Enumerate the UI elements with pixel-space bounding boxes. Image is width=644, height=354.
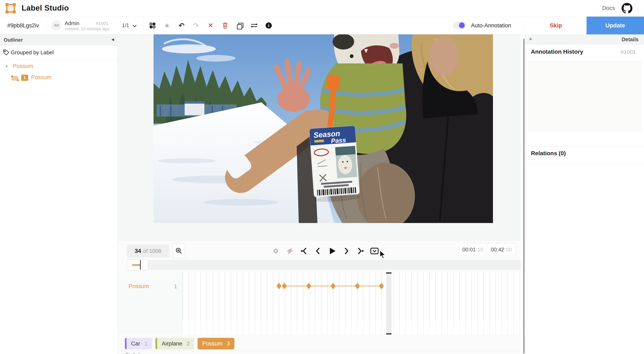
divider [525,146,644,147]
annotation-toolbar: #9pb8Lgs2iv AD Admin #1001 created, 23 m… [0,16,644,34]
outliner-title: Outliner [4,37,23,43]
collapse-panel-icon[interactable]: ◀ [112,37,114,42]
keyframes-layer [182,272,521,301]
trash-icon[interactable] [221,21,229,30]
reject-icon[interactable]: ✕ [207,21,214,30]
undo-icon[interactable]: ↶ [178,21,186,30]
info-icon[interactable]: i [265,21,272,30]
docs-link[interactable]: Docs [602,5,615,11]
next-keyframe-icon[interactable] [356,246,365,256]
auto-annotation-label: Auto-Annotation [471,22,511,29]
tree-group-possum[interactable]: Possum [13,63,33,69]
github-icon[interactable] [622,3,632,14]
label-chip-hotkey: 1 [145,341,148,347]
redo-icon[interactable]: ↷ [192,21,200,30]
keyframe-diamond[interactable] [330,283,336,289]
top-bar: Label Studio Docs [0,0,644,16]
history-empty-area [528,61,641,132]
season-pass-badge: Season Pass [309,126,360,203]
label-studio-app: Label Studio Docs #9pb8Lgs2iv AD Admin #… [0,0,644,354]
chevron-down-icon[interactable] [132,23,137,28]
duplicate-icon[interactable] [236,21,244,30]
toolbar-icons: ★ ↶ ↷ ✕ i [148,16,272,34]
update-button[interactable]: Update [586,16,644,34]
track-region-count: 1 [174,284,177,290]
seek-playhead-line [140,260,141,270]
label-chip-car[interactable]: Car1 [125,338,152,350]
annotation-history-id: #1001 [621,49,636,55]
timeline-track-gutter: Possum 1 [118,272,182,335]
region-row-possum[interactable]: 1 Possum [0,72,118,84]
settings-transfer-icon[interactable] [250,21,258,30]
frame-counter[interactable]: 34 of 1008 [127,244,169,258]
group-mode-row[interactable]: Grouped by Label [0,45,118,60]
zoom-in-button[interactable] [173,243,185,259]
task-id-tab[interactable]: #9pb8Lgs2iv [0,16,46,34]
frame-current: 34 [135,248,141,254]
timeline: Possum 1 [118,272,521,335]
task-number-label: Task # [125,352,140,354]
skip-button[interactable]: Skip [525,16,586,34]
group-mode-label: Grouped by Label [11,49,54,56]
timeline-playhead[interactable] [386,272,392,335]
prev-keyframe-icon[interactable] [300,246,308,256]
seek-bar[interactable] [127,260,521,270]
label-picker: Car1Airplane2Possum3 [125,338,234,350]
grid-view-icon[interactable] [148,21,156,30]
region-rect-icon [10,75,20,82]
divider [144,16,144,34]
timeline-collapse-icon[interactable] [370,246,379,256]
user-name: Admin [65,20,80,26]
keyframe-remove-icon[interactable] [285,246,294,256]
label-chip-airplane[interactable]: Airplane2 [156,338,194,350]
region-label: Possum [31,74,52,81]
magnifier-plus-icon [175,247,182,254]
total-time: 00:42:00 [487,243,515,256]
created-timestamp: created, 23 minutes ago [65,26,109,31]
auto-annotation-control: Auto-Annotation [453,16,511,34]
keyframe-diamond[interactable] [379,283,384,289]
details-title: Details [622,36,638,42]
tag-icon [3,49,9,55]
keyframe-diamond[interactable] [282,283,287,289]
label-chip-text: Airplane [162,341,182,347]
keyframe-diamond[interactable] [355,283,360,289]
caret-down-icon[interactable]: ▼ [5,65,8,68]
seek-viewport-handle[interactable] [127,259,148,271]
label-chip-text: Possum [202,341,222,347]
expand-panel-icon[interactable]: ▶ [530,37,532,41]
outliner-header: Outliner ◀ [0,34,118,45]
keyframe-add-icon[interactable] [271,246,280,256]
timeline-grid[interactable] [182,272,521,335]
video-frame[interactable]: Season Pass [154,34,493,223]
video-scene: Season Pass [154,34,493,223]
region-index-badge: 1 [21,75,28,81]
keyframe-diamond[interactable] [276,283,282,289]
auto-annotation-toggle[interactable] [453,22,466,29]
star-icon[interactable]: ★ [163,21,171,30]
label-chip-hotkey: 2 [187,341,190,347]
frame-total: of 1008 [143,248,161,254]
divider [525,164,644,164]
scrollbar-thumb[interactable] [523,38,525,354]
svg-text:Pass: Pass [331,136,346,145]
playback-controls [271,244,379,258]
track-label[interactable]: Possum [129,283,149,290]
main-content: Season Pass [118,34,521,354]
keyframe-diamond[interactable] [306,283,311,289]
details-panel: ▶ Details Annotation History #1001 Relat… [525,34,644,354]
label-studio-logo-icon[interactable] [6,3,16,13]
details-header: ▶ Details [525,34,644,44]
app-title: Label Studio [22,4,69,12]
prev-frame-icon[interactable] [314,246,322,256]
current-time[interactable]: 00:01:10 [459,243,487,256]
next-frame-icon[interactable] [342,246,351,256]
label-chip-possum[interactable]: Possum3 [198,338,234,350]
avatar[interactable]: AD [52,20,62,30]
play-button[interactable] [328,246,337,256]
outliner-panel: Outliner ◀ Grouped by Label ▼ Possum 1 P… [0,34,118,354]
timecode-display: 00:01:10 00:42:00 [458,243,516,256]
annotation-history-title: Annotation History [531,48,583,55]
annotation-pager: 1/1 [122,22,129,28]
annotation-id: #1001 [96,21,108,26]
